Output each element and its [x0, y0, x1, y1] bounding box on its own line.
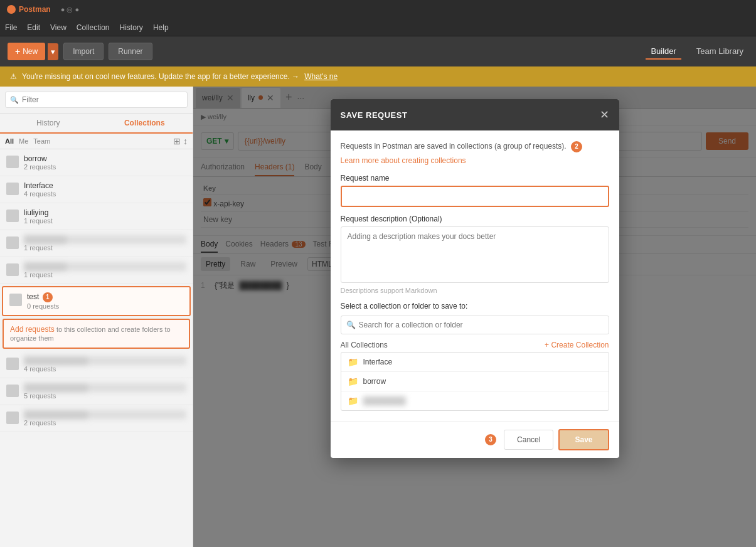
collection-name-blurred: ████████ [24, 235, 186, 244]
menu-view[interactable]: View [50, 23, 67, 32]
save-button[interactable]: Save [558, 429, 609, 450]
sidebar-view-btn[interactable]: ⊞ [173, 136, 181, 146]
modal-info-text: Requests in Postman are saved in collect… [341, 141, 609, 152]
collection-list-header: All Collections + Create Collection [341, 341, 609, 349]
menu-edit[interactable]: Edit [27, 23, 40, 32]
modal-body: Requests in Postman are saved in collect… [331, 130, 619, 421]
subtab-team[interactable]: Team [33, 137, 50, 145]
search-icon: 🔍 [346, 321, 356, 329]
tab-team-library[interactable]: Team Library [691, 44, 748, 60]
collection-folder-icon [9, 294, 22, 306]
sidebar-tabs: History Collections [0, 114, 193, 134]
collection-name-blurred: ████████████ [24, 383, 186, 392]
collection-info: liuliying 1 request [24, 208, 186, 225]
modal-close-button[interactable]: ✕ [600, 108, 609, 122]
filter-input[interactable] [5, 92, 188, 108]
collection-item-borrow[interactable]: borrow 2 requests [0, 149, 193, 176]
menu-help[interactable]: Help [153, 23, 169, 32]
collection-list-item-blurred[interactable]: 📁 ████████ [341, 391, 609, 410]
content-wrapper: wei/lly ✕ lly ✕ + ··· ▶ wei/lly [193, 87, 756, 547]
collection-item-extra-3[interactable]: ████████████ 2 requests [0, 405, 193, 432]
titlebar: Postman ● ◎ ● [0, 0, 756, 19]
collection-name-blurred: ████████ [24, 262, 186, 271]
all-collections-label: All Collections [341, 341, 388, 349]
collection-item-liuliying[interactable]: liuliying 1 request [0, 203, 193, 230]
collection-info: ████████ 1 request [24, 262, 186, 279]
collection-folder-icon [6, 263, 19, 276]
collection-count: 1 request [24, 217, 186, 225]
add-requests-link[interactable]: Add requests [10, 325, 55, 334]
collection-item-blurred-1[interactable]: ████████ 1 request [0, 230, 193, 257]
collection-item-interface[interactable]: Interface 4 requests [0, 176, 193, 203]
collection-search-wrap: 🔍 [341, 316, 609, 334]
new-button[interactable]: + New [8, 43, 45, 60]
collection-name: test 1 [27, 292, 183, 302]
collection-count: 0 requests [27, 302, 183, 310]
learn-more-link[interactable]: Learn more about creating collections [341, 156, 466, 165]
collection-info: Interface 4 requests [24, 181, 186, 198]
collection-list-item-interface[interactable]: 📁 Interface [341, 353, 609, 372]
collection-folder-icon [6, 156, 19, 168]
menu-file[interactable]: File [5, 23, 17, 32]
tab-collections[interactable]: Collections [97, 114, 193, 134]
import-button[interactable]: Import [63, 43, 104, 60]
collection-search-input[interactable] [341, 316, 609, 334]
collection-info: ████████████ 5 requests [24, 383, 186, 400]
notification-bar: ⚠ You're missing out on cool new feature… [0, 66, 756, 87]
save-request-modal: SAVE REQUEST ✕ Requests in Postman are s… [331, 99, 619, 458]
collection-item-blurred-2[interactable]: ████████ 1 request [0, 257, 193, 284]
menu-collection[interactable]: Collection [77, 23, 110, 32]
request-desc-textarea[interactable] [341, 226, 609, 283]
new-dropdown-button[interactable]: ▾ [48, 43, 58, 60]
create-collection-button[interactable]: + Create Collection [545, 341, 609, 349]
collection-item-name: borrow [363, 377, 386, 386]
modal-header: SAVE REQUEST ✕ [331, 99, 619, 130]
collection-item-extra-1[interactable]: ████████████ 4 requests [0, 351, 193, 378]
subtab-all[interactable]: All [5, 137, 14, 145]
filter-icon: 🔍 [10, 96, 19, 104]
menu-history[interactable]: History [120, 23, 143, 32]
sidebar: 🔍 History Collections All Me Team ⊞ ↕ bo… [0, 87, 193, 547]
collection-item-extra-2[interactable]: ████████████ 5 requests [0, 378, 193, 405]
collection-count: 4 requests [24, 365, 186, 373]
subtab-me[interactable]: Me [19, 137, 28, 145]
svg-point-0 [7, 5, 16, 14]
request-desc-label: Request description (Optional) [341, 215, 609, 223]
collection-item-name-blurred: ████████ [363, 396, 406, 405]
collection-item-test[interactable]: test 1 0 requests [2, 286, 191, 316]
collection-folder-icon [6, 236, 19, 249]
step-3-badge: 3 [485, 434, 496, 445]
filter-wrap: 🔍 [5, 92, 188, 108]
collection-info: ████████████ 2 requests [24, 410, 186, 427]
step-2-badge: 2 [571, 141, 582, 152]
badge-1: 1 [43, 292, 53, 302]
tab-history[interactable]: History [0, 114, 97, 132]
markdown-hint: Descriptions support Markdown [341, 287, 609, 294]
collection-folder-icon [6, 358, 19, 370]
collection-list-item-borrow[interactable]: 📁 borrow [341, 372, 609, 391]
sidebar-subtabs: All Me Team ⊞ ↕ [0, 134, 193, 149]
whats-new-link[interactable]: What's ne [304, 72, 338, 81]
cancel-button[interactable]: Cancel [504, 430, 553, 450]
request-name-label: Request name [341, 174, 609, 183]
sidebar-filter-area: 🔍 [0, 87, 193, 114]
new-button-label: New [23, 47, 38, 56]
plus-icon: + [15, 46, 20, 56]
collection-label: Select a collection or folder to save to… [341, 302, 609, 311]
modal-footer: 3 Cancel Save [331, 421, 619, 458]
modal-overlay: SAVE REQUEST ✕ Requests in Postman are s… [193, 87, 756, 547]
collection-count: 4 requests [24, 190, 186, 198]
collection-count: 1 request [24, 271, 186, 279]
collection-info: ████████ 1 request [24, 235, 186, 252]
tab-builder[interactable]: Builder [646, 44, 681, 60]
collection-name-blurred: ████████████ [24, 410, 186, 419]
runner-button[interactable]: Runner [109, 43, 152, 60]
collection-folder-icon [6, 385, 19, 397]
request-name-input[interactable] [341, 186, 609, 207]
collection-name-blurred: ████████████ [24, 356, 186, 365]
menubar: File Edit View Collection History Help [0, 19, 756, 36]
sidebar-sort-btn[interactable]: ↕ [183, 136, 188, 146]
collection-name: borrow [24, 154, 186, 163]
collection-item-name: Interface [363, 358, 393, 366]
folder-icon: 📁 [348, 376, 358, 386]
